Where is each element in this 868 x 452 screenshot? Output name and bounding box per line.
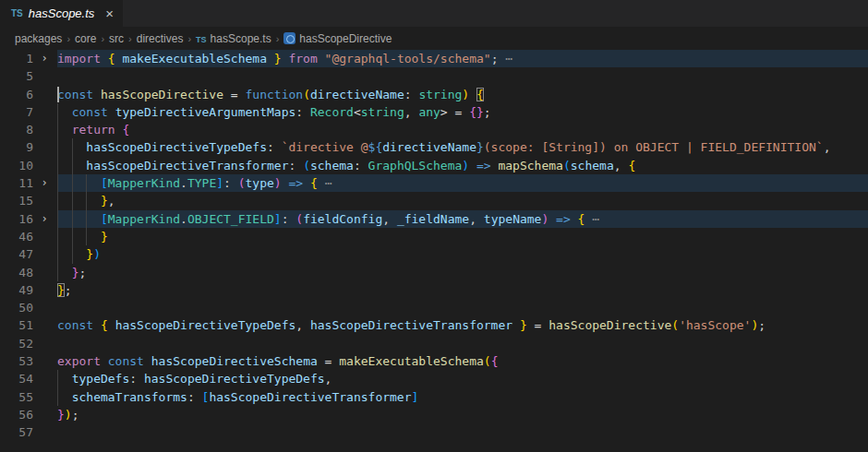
code-token: ( <box>238 176 246 190</box>
code-token: hasScopeDirectiveTypeDefs <box>144 372 325 386</box>
breadcrumb-symbol-label: hasScopeDirective <box>299 32 392 45</box>
code-editor[interactable]: 1›import { makeExecutableSchema } from "… <box>0 50 868 452</box>
code-token: , <box>614 159 629 172</box>
code-line[interactable]: 50 <box>0 299 868 316</box>
code-token: = <box>223 88 245 101</box>
chevron-right-icon: › <box>276 33 280 44</box>
code-token: _fieldName <box>397 212 469 226</box>
gutter: 1› <box>0 50 57 67</box>
code-line[interactable]: 8 return { <box>0 121 868 138</box>
code-token <box>549 212 556 226</box>
code-content: }; <box>57 264 868 281</box>
code-token: { <box>310 176 318 190</box>
indent-guide <box>86 210 87 228</box>
code-token <box>144 354 151 368</box>
code-token: directiveName <box>310 88 404 101</box>
code-token <box>571 212 578 226</box>
folded-code-indicator[interactable]: ⋯ <box>585 212 599 226</box>
code-token: fieldConfig <box>303 212 382 226</box>
code-line[interactable]: 51const { hasScopeDirectiveTypeDefs, has… <box>0 316 868 334</box>
code-token: { <box>101 318 108 332</box>
line-number: 16 <box>0 210 33 228</box>
code-content: [MapperKind.OBJECT_FIELD]: (fieldConfig,… <box>57 210 868 228</box>
tab-hasscope[interactable]: TS hasScope.ts × <box>0 0 123 27</box>
code-line[interactable]: 57 <box>0 423 868 441</box>
code-line[interactable]: 55 schemaTransforms: [hasScopeDirectiveT… <box>0 388 868 406</box>
indent-guide <box>72 245 73 263</box>
code-token: ( <box>484 354 491 368</box>
code-token: typeName <box>484 212 542 226</box>
code-line[interactable]: 53export const hasScopeDirectiveSchema =… <box>0 352 868 370</box>
code-line[interactable]: 49}; <box>0 281 868 299</box>
code-token: = <box>448 105 469 119</box>
folded-code-indicator[interactable]: ⋯ <box>498 52 512 65</box>
code-line[interactable]: 16› [MapperKind.OBJECT_FIELD]: (fieldCon… <box>0 210 868 228</box>
indent-guide <box>72 210 73 228</box>
code-token: ] <box>412 390 419 404</box>
gutter: 53 <box>0 352 57 370</box>
indent-guide <box>86 174 87 192</box>
code-line[interactable]: 5 <box>0 67 868 85</box>
fold-expand-chevron-icon[interactable]: › <box>33 50 55 67</box>
code-token: ( <box>303 88 310 101</box>
code-line[interactable]: 7 const typeDirectiveArgumentMaps: Recor… <box>0 103 868 121</box>
indent-guide <box>57 388 58 406</box>
code-token: : <box>404 88 419 101</box>
code-token <box>108 105 115 119</box>
fold-expand-chevron-icon[interactable]: › <box>33 210 55 228</box>
code-line[interactable]: 10 hasScopeDirectiveTransformer: (schema… <box>0 157 868 174</box>
code-token: } <box>520 318 527 332</box>
code-line[interactable]: 54 typeDefs: hasScopeDirectiveTypeDefs, <box>0 370 868 387</box>
code-token: {} <box>469 105 484 119</box>
code-token: GraphQLSchema <box>368 159 463 172</box>
code-token: > <box>440 105 448 119</box>
code-line[interactable]: 46 } <box>0 228 868 245</box>
breadcrumb-item-file[interactable]: TShasScope.ts <box>196 32 271 45</box>
code-line[interactable]: 47 }) <box>0 245 868 263</box>
line-number: 15 <box>0 192 33 209</box>
code-token <box>93 88 101 101</box>
chevron-right-icon: › <box>66 33 70 44</box>
code-content <box>57 299 868 316</box>
indent-guide <box>57 370 58 387</box>
code-line[interactable]: 56}); <box>0 406 868 423</box>
line-number: 49 <box>0 281 33 299</box>
folded-code-indicator[interactable]: ⋯ <box>318 176 332 190</box>
code-line[interactable]: 52 <box>0 335 868 352</box>
line-number: 56 <box>0 406 33 423</box>
breadcrumb-item-directives[interactable]: directives <box>137 32 184 45</box>
breadcrumb-item-core[interactable]: core <box>75 32 96 45</box>
code-token: ] <box>274 212 282 226</box>
code-line[interactable]: 1›import { makeExecutableSchema } from "… <box>0 50 868 67</box>
code-content: }); <box>57 406 868 423</box>
code-content: typeDefs: hasScopeDirectiveTypeDefs, <box>57 370 868 387</box>
code-token: const <box>57 88 93 101</box>
close-tab-icon[interactable]: × <box>105 6 114 20</box>
breadcrumb-file-label: hasScope.ts <box>211 32 271 45</box>
breadcrumb-item-src[interactable]: src <box>109 32 124 45</box>
code-token: = <box>527 318 549 332</box>
fold-expand-chevron-icon[interactable]: › <box>33 174 55 192</box>
tab-bar: TS hasScope.ts × <box>0 0 868 27</box>
indent-guide <box>57 264 58 281</box>
indent-guide <box>57 138 58 156</box>
typescript-file-icon: TS <box>11 8 23 18</box>
code-content: }) <box>57 245 868 263</box>
code-token: ] <box>216 176 223 190</box>
code-line[interactable]: 6const hasScopeDirective = function(dire… <box>0 86 868 103</box>
code-line[interactable]: 11› [MapperKind.TYPE]: (type) => { ⋯ <box>0 174 868 192</box>
gutter: 9 <box>0 138 57 156</box>
code-line[interactable]: 9 hasScopeDirectiveTypeDefs: `directive … <box>0 138 868 156</box>
typescript-file-icon: TS <box>196 35 207 44</box>
code-token: } <box>86 247 93 261</box>
indent-guide <box>72 192 73 209</box>
breadcrumb-item-packages[interactable]: packages <box>15 32 62 45</box>
code-line[interactable]: 15 }, <box>0 192 868 209</box>
indent-guide <box>57 228 58 245</box>
gutter: 56 <box>0 406 57 423</box>
code-content: const typeDirectiveArgumentMaps: Record<… <box>57 103 868 121</box>
line-number: 5 <box>0 67 33 85</box>
breadcrumb-item-symbol[interactable]: hasScopeDirective <box>283 32 392 45</box>
gutter: 15 <box>0 192 57 209</box>
code-line[interactable]: 48 }; <box>0 264 868 281</box>
